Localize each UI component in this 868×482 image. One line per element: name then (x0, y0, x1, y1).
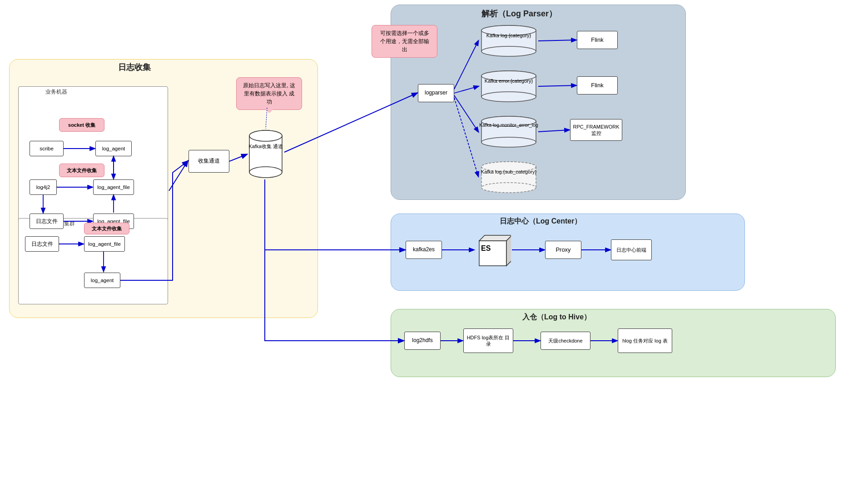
kafka1-label: Kafka log.{category} (479, 32, 538, 39)
diagram-container: 日志收集 解析（Log Parser） 日志中心（Log Center） 入仓（… (0, 0, 868, 482)
box-log-file1: 日志文件 (30, 214, 64, 229)
box-collect-channel: 收集通道 (188, 150, 229, 173)
svg-marker-21 (479, 235, 511, 241)
title-collect: 日志收集 (118, 62, 151, 73)
svg-point-6 (481, 46, 536, 56)
es-label: ES (481, 244, 491, 253)
box-checkdone: 天级checkdone (541, 332, 590, 350)
box-logcenter-frontend: 日志中心前端 (611, 239, 652, 260)
kafka-cyl-3: Kafka log.monitor_error_log (479, 116, 538, 148)
kafka-cyl-2: Kafka error.{category} (479, 70, 538, 102)
callout-raw-log: 原始日志写入这里, 这里有数据表示接入 成功 (236, 77, 302, 110)
svg-point-2 (249, 167, 282, 178)
kafka4-label: Kafka log.{sub_category} (479, 169, 538, 175)
label-business: 业务机器 (45, 88, 67, 96)
box-logparser: logparser (418, 84, 454, 102)
svg-point-10 (481, 92, 536, 102)
kafka-cyl-4: Kafka log.{sub_category} (479, 161, 538, 193)
svg-marker-22 (506, 235, 511, 266)
badge-text-collect1: 文本文件收集 (59, 164, 104, 177)
box-log-agent: log_agent (95, 141, 132, 156)
kafka-cyl-1: Kafka log.{category} (479, 25, 538, 57)
box-flink2: Flink (577, 76, 618, 94)
badge-socket: socket 收集 (59, 118, 104, 132)
box-rpc: RPC_FRAMEWORK 监控 (570, 119, 622, 141)
box-log-agent-file1: log_agent_file (93, 179, 134, 195)
kafka-collect-cylinder: Kafka收集 通道 (248, 129, 284, 179)
box-nginx-agent-file: log_agent_file (84, 236, 125, 252)
box-proxy: Proxy (545, 241, 581, 259)
svg-point-14 (481, 137, 536, 147)
kafka-collect-label: Kafka收集 通道 (248, 143, 284, 150)
box-hlog-table: hlog 任务对应 log 表 (618, 328, 672, 353)
box-kafka2es: kafka2es (406, 241, 442, 259)
region-hive (391, 309, 836, 377)
box-log2hdfs: log2hdfs (404, 332, 441, 350)
title-parse: 解析（Log Parser） (481, 8, 557, 19)
title-hive: 入仓（Log to Hive） (522, 313, 591, 322)
badge-text-collect2: 文本文件收集 (84, 223, 129, 234)
box-hdfs-dir: HDFS log表所在 目录 (463, 328, 513, 353)
kafka3-label: Kafka log.monitor_error_log (479, 122, 538, 129)
callout-optional: 可按需选择一个或多 个用途，无需全部输 出 (372, 25, 437, 58)
es-box: ES (475, 232, 511, 268)
title-logcenter: 日志中心（Log Center） (500, 217, 581, 226)
box-flink1: Flink (577, 31, 618, 49)
box-nginx-agent: log_agent (84, 273, 120, 288)
box-log4j2: log4j2 (30, 179, 57, 195)
kafka2-label: Kafka error.{category} (479, 78, 538, 84)
box-nginx-logfile: 日志文件 (25, 236, 59, 252)
svg-point-18 (481, 183, 536, 193)
box-scribe: scribe (30, 141, 64, 156)
svg-point-3 (249, 130, 282, 141)
